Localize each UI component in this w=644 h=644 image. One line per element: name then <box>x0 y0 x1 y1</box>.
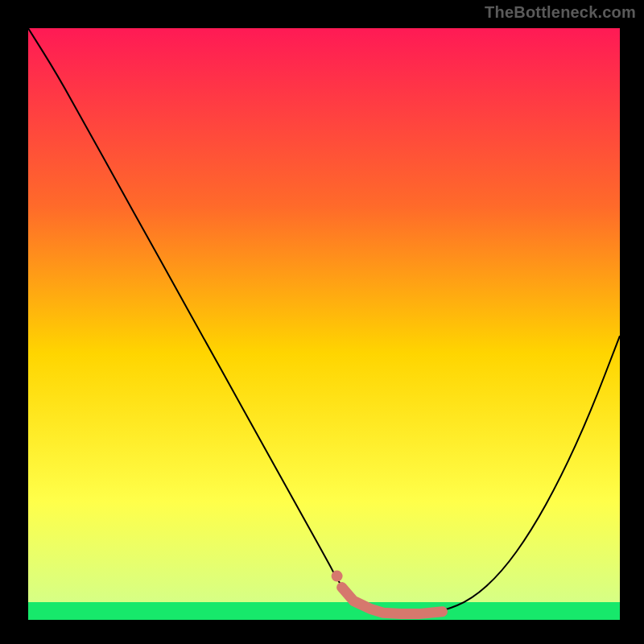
chart-svg <box>28 28 620 620</box>
chart-frame: TheBottleneck.com <box>0 0 644 644</box>
green-band <box>28 602 620 620</box>
optimal-marker-dot-left <box>332 571 343 582</box>
plot-area <box>28 28 620 620</box>
watermark-text: TheBottleneck.com <box>485 3 636 22</box>
